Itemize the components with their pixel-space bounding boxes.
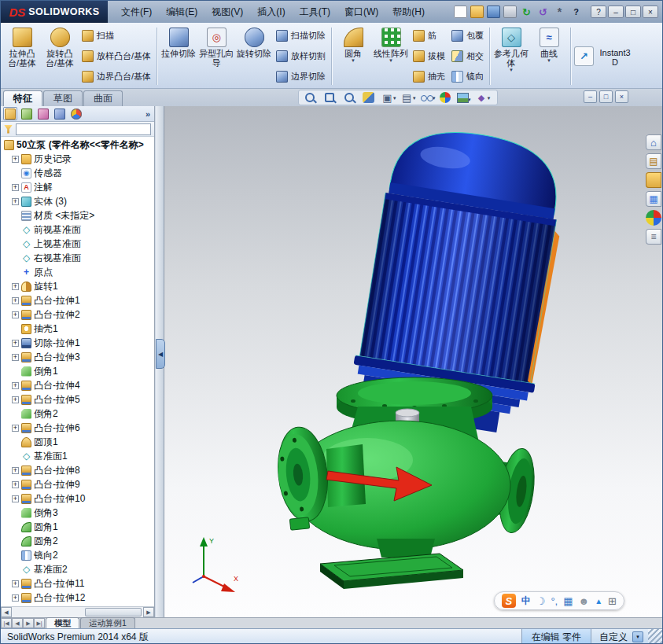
quick-access-button[interactable] xyxy=(553,6,566,18)
sheet-nav-button[interactable]: ◀ xyxy=(12,618,23,628)
tree-horizontal-scrollbar[interactable]: ◀ ▶ xyxy=(1,606,154,617)
expand-toggle[interactable] xyxy=(12,198,19,205)
window-control-button[interactable]: × xyxy=(643,6,658,18)
headsup-button[interactable] xyxy=(323,91,341,104)
ime-button[interactable]: S xyxy=(502,594,516,608)
scroll-left-icon[interactable]: ◀ xyxy=(1,607,12,617)
ribbon-small-button[interactable]: 边界凸台/基体 xyxy=(82,68,151,86)
expand-toggle[interactable] xyxy=(12,156,19,163)
ribbon-small-button[interactable]: 放样切割 xyxy=(276,47,326,65)
feature-tree-item[interactable]: 旋转1 xyxy=(1,279,154,293)
ime-button[interactable]: ☽ xyxy=(536,595,546,607)
featuremanager-tab[interactable] xyxy=(53,107,67,120)
expand-toggle[interactable] xyxy=(12,297,19,304)
feature-tree-item[interactable]: 抽壳1 xyxy=(1,322,154,336)
task-pane-button[interactable] xyxy=(646,210,661,226)
headsup-button[interactable] xyxy=(381,91,398,104)
quick-access-button[interactable] xyxy=(454,6,467,18)
extrude-cut-button[interactable]: 拉伸切除 xyxy=(160,25,197,87)
ribbon-small-button[interactable]: 相交 xyxy=(451,47,484,65)
quick-access-button[interactable] xyxy=(520,6,533,18)
feature-tree-item[interactable]: 凸台-拉伸9 xyxy=(1,477,154,491)
quick-access-button[interactable] xyxy=(470,6,484,18)
scroll-track[interactable] xyxy=(12,607,143,617)
ribbon-small-button[interactable]: 放样凸台/基体 xyxy=(82,47,151,65)
sheet-nav-button[interactable]: ▶ xyxy=(23,618,34,628)
document-window-button[interactable]: □ xyxy=(599,90,613,103)
sheet-nav-button[interactable]: |◀ xyxy=(1,618,12,628)
feature-tree-item[interactable]: 凸台-拉伸11 xyxy=(1,576,154,591)
scroll-right-icon[interactable]: ▶ xyxy=(143,607,154,617)
feature-tree-item[interactable]: 切除-拉伸1 xyxy=(1,336,154,350)
expand-toggle[interactable] xyxy=(12,396,19,403)
filter-input[interactable] xyxy=(16,123,151,135)
featuremanager-tab[interactable] xyxy=(36,107,50,120)
menu-item[interactable]: 工具(T) xyxy=(293,2,337,22)
expand-toggle[interactable] xyxy=(12,495,19,502)
expand-toggle[interactable] xyxy=(12,594,19,602)
expand-toggle[interactable] xyxy=(12,340,19,347)
ime-button[interactable]: ☻ xyxy=(579,595,590,607)
expand-toggle[interactable] xyxy=(12,184,19,191)
feature-tree-item[interactable]: 基准面2 xyxy=(1,562,154,576)
commandmanager-tab[interactable]: 草图 xyxy=(43,90,83,106)
headsup-button[interactable] xyxy=(400,91,418,104)
document-tab[interactable]: 模型 xyxy=(46,617,79,628)
dropdown-arrow-icon[interactable] xyxy=(351,58,355,64)
headsup-button[interactable] xyxy=(475,91,492,104)
task-pane-button[interactable] xyxy=(646,172,661,188)
document-window-button[interactable]: × xyxy=(615,90,628,103)
extrude-boss-button[interactable]: 拉伸凸台/基体 xyxy=(4,25,40,87)
feature-tree-item[interactable]: 原点 xyxy=(1,265,154,279)
feature-tree-item[interactable]: 圆角2 xyxy=(1,534,154,548)
ime-button[interactable]: °, xyxy=(551,595,558,607)
fillet-button[interactable]: 圆角 xyxy=(335,25,371,87)
expand-toggle[interactable] xyxy=(12,481,19,488)
panel-overflow-chevron[interactable]: » xyxy=(145,109,152,119)
ribbon-small-button[interactable]: 拔模 xyxy=(413,47,445,65)
window-control-button[interactable]: – xyxy=(608,6,624,18)
feature-tree-item[interactable]: 右视基准面 xyxy=(1,251,154,265)
expand-toggle[interactable] xyxy=(12,425,19,432)
headsup-button[interactable] xyxy=(457,93,473,103)
hole-wizard-button[interactable]: 异型孔向导 xyxy=(198,25,234,87)
feature-tree-item[interactable]: 前视基准面 xyxy=(1,223,154,237)
featuremanager-tab[interactable] xyxy=(69,107,83,120)
feature-tree-item[interactable]: 圆角1 xyxy=(1,520,154,534)
dropdown-arrow-icon[interactable] xyxy=(509,68,514,73)
feature-tree-item[interactable]: 注解 xyxy=(1,180,154,194)
menu-item[interactable]: 编辑(E) xyxy=(159,2,204,22)
featuremanager-tab[interactable] xyxy=(3,107,17,120)
quick-access-button[interactable] xyxy=(487,6,500,18)
feature-tree-item[interactable]: 圆顶1 xyxy=(1,435,154,449)
expand-toggle[interactable] xyxy=(12,311,19,318)
ime-button[interactable]: 中 xyxy=(521,594,531,608)
feature-tree-item[interactable]: 倒角2 xyxy=(1,407,154,421)
ribbon-small-button[interactable]: 包覆 xyxy=(451,27,484,45)
feature-tree-item[interactable]: 凸台-拉伸1 xyxy=(1,293,154,307)
linear-pattern-button[interactable]: 线性阵列 xyxy=(373,25,409,87)
document-tab[interactable]: 运动算例1 xyxy=(80,617,135,628)
expand-toggle[interactable] xyxy=(12,354,19,361)
headsup-button[interactable] xyxy=(343,91,360,104)
ribbon-small-button[interactable]: 扫描 xyxy=(82,27,151,45)
document-window-button[interactable]: – xyxy=(584,90,597,103)
headsup-button[interactable] xyxy=(440,92,455,103)
revolve-boss-button[interactable]: 旋转凸台/基体 xyxy=(42,25,78,87)
expand-toggle[interactable] xyxy=(12,283,19,290)
feature-tree-item[interactable]: 历史记录 xyxy=(1,152,154,166)
quick-access-button[interactable] xyxy=(503,6,517,18)
menu-item[interactable]: 窗口(W) xyxy=(337,2,385,22)
ribbon-small-button[interactable]: 镜向 xyxy=(451,68,484,86)
menu-item[interactable]: 插入(I) xyxy=(250,2,292,22)
quick-access-button[interactable] xyxy=(536,6,550,18)
task-pane-button[interactable] xyxy=(646,153,661,169)
resize-grip[interactable] xyxy=(648,629,662,644)
ribbon-small-button[interactable]: 筋 xyxy=(413,27,445,45)
quick-access-button[interactable] xyxy=(569,6,583,18)
pump-3d-model[interactable]: Y X xyxy=(164,106,662,617)
ime-button[interactable]: ▲ xyxy=(595,597,602,605)
graphics-area[interactable]: Y X xyxy=(164,106,662,617)
feature-tree-item[interactable]: 凸台-拉伸10 xyxy=(1,491,154,506)
feature-tree-item[interactable]: 凸台-拉伸3 xyxy=(1,350,154,364)
